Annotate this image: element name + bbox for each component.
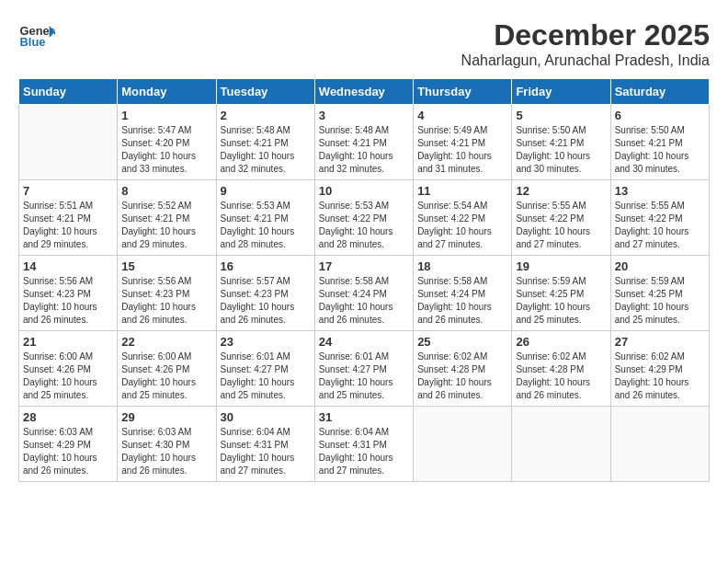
calendar-cell: 5Sunrise: 5:50 AMSunset: 4:21 PMDaylight… [512, 105, 610, 180]
calendar-cell [19, 105, 118, 180]
day-info: Sunrise: 5:55 AMSunset: 4:22 PMDaylight:… [516, 200, 606, 251]
day-number: 13 [615, 184, 705, 198]
day-info: Sunrise: 5:48 AMSunset: 4:21 PMDaylight:… [221, 124, 311, 176]
day-info: Sunrise: 6:04 AMSunset: 4:31 PMDaylight:… [319, 426, 409, 477]
day-info: Sunrise: 5:52 AMSunset: 4:21 PMDaylight:… [121, 200, 211, 251]
day-number: 23 [221, 335, 311, 349]
day-number: 18 [417, 259, 507, 273]
calendar-cell: 13Sunrise: 5:55 AMSunset: 4:22 PMDayligh… [610, 180, 709, 256]
calendar-cell: 8Sunrise: 5:52 AMSunset: 4:21 PMDaylight… [118, 180, 216, 256]
day-info: Sunrise: 5:53 AMSunset: 4:22 PMDaylight:… [319, 200, 409, 251]
day-number: 7 [23, 184, 113, 198]
calendar-week-row: 7Sunrise: 5:51 AMSunset: 4:21 PMDaylight… [19, 180, 710, 256]
calendar-cell [512, 407, 610, 482]
calendar-cell: 18Sunrise: 5:58 AMSunset: 4:24 PMDayligh… [414, 256, 512, 331]
day-info: Sunrise: 5:58 AMSunset: 4:24 PMDaylight:… [319, 275, 409, 327]
day-number: 24 [319, 335, 409, 349]
day-number: 31 [319, 410, 409, 424]
calendar-cell: 3Sunrise: 5:48 AMSunset: 4:21 PMDaylight… [314, 105, 413, 180]
calendar-header-saturday: Saturday [610, 79, 709, 105]
day-info: Sunrise: 5:56 AMSunset: 4:23 PMDaylight:… [121, 275, 211, 327]
calendar-header-row: SundayMondayTuesdayWednesdayThursdayFrid… [19, 79, 710, 105]
day-info: Sunrise: 5:57 AMSunset: 4:23 PMDaylight:… [221, 275, 311, 327]
calendar-cell: 28Sunrise: 6:03 AMSunset: 4:29 PMDayligh… [19, 407, 118, 482]
logo: General Blue [18, 18, 59, 55]
calendar-header-monday: Monday [118, 79, 216, 105]
day-number: 12 [516, 184, 606, 198]
calendar-header-friday: Friday [512, 79, 610, 105]
calendar-cell: 6Sunrise: 5:50 AMSunset: 4:21 PMDaylight… [610, 105, 709, 180]
calendar-cell: 25Sunrise: 6:02 AMSunset: 4:28 PMDayligh… [414, 331, 512, 407]
svg-text:Blue: Blue [20, 35, 46, 49]
title-section: December 2025 Naharlagun, Arunachal Prad… [461, 18, 710, 69]
calendar-cell [414, 407, 512, 482]
day-info: Sunrise: 5:54 AMSunset: 4:22 PMDaylight:… [417, 200, 507, 251]
calendar-cell: 12Sunrise: 5:55 AMSunset: 4:22 PMDayligh… [512, 180, 610, 256]
day-info: Sunrise: 5:58 AMSunset: 4:24 PMDaylight:… [417, 275, 507, 327]
day-info: Sunrise: 6:02 AMSunset: 4:29 PMDaylight:… [615, 350, 705, 402]
calendar-cell: 29Sunrise: 6:03 AMSunset: 4:30 PMDayligh… [118, 407, 216, 482]
day-number: 2 [221, 109, 311, 122]
day-info: Sunrise: 5:59 AMSunset: 4:25 PMDaylight:… [516, 275, 606, 327]
month-title: December 2025 [461, 18, 710, 52]
calendar-header-wednesday: Wednesday [314, 79, 413, 105]
day-number: 21 [23, 335, 113, 349]
logo-icon: General Blue [18, 18, 55, 55]
day-info: Sunrise: 5:59 AMSunset: 4:25 PMDaylight:… [615, 275, 705, 327]
calendar-cell: 19Sunrise: 5:59 AMSunset: 4:25 PMDayligh… [512, 256, 610, 331]
day-info: Sunrise: 6:04 AMSunset: 4:31 PMDaylight:… [221, 426, 311, 477]
day-number: 14 [23, 259, 113, 273]
location-subtitle: Naharlagun, Arunachal Pradesh, India [461, 52, 710, 69]
day-number: 6 [615, 109, 705, 122]
day-number: 27 [615, 335, 705, 349]
calendar-header-tuesday: Tuesday [216, 79, 314, 105]
calendar-cell: 7Sunrise: 5:51 AMSunset: 4:21 PMDaylight… [19, 180, 118, 256]
day-info: Sunrise: 5:55 AMSunset: 4:22 PMDaylight:… [615, 200, 705, 251]
calendar-cell: 26Sunrise: 6:02 AMSunset: 4:28 PMDayligh… [512, 331, 610, 407]
day-info: Sunrise: 5:47 AMSunset: 4:20 PMDaylight:… [121, 124, 211, 176]
day-info: Sunrise: 6:01 AMSunset: 4:27 PMDaylight:… [221, 350, 311, 402]
calendar-header-sunday: Sunday [19, 79, 118, 105]
day-info: Sunrise: 6:00 AMSunset: 4:26 PMDaylight:… [23, 350, 113, 402]
day-info: Sunrise: 5:56 AMSunset: 4:23 PMDaylight:… [23, 275, 113, 327]
calendar-cell: 2Sunrise: 5:48 AMSunset: 4:21 PMDaylight… [216, 105, 314, 180]
day-number: 9 [221, 184, 311, 198]
calendar-week-row: 1Sunrise: 5:47 AMSunset: 4:20 PMDaylight… [19, 105, 710, 180]
day-number: 8 [121, 184, 211, 198]
calendar-cell: 21Sunrise: 6:00 AMSunset: 4:26 PMDayligh… [19, 331, 118, 407]
calendar-cell [610, 407, 709, 482]
calendar-cell: 22Sunrise: 6:00 AMSunset: 4:26 PMDayligh… [118, 331, 216, 407]
calendar-cell: 15Sunrise: 5:56 AMSunset: 4:23 PMDayligh… [118, 256, 216, 331]
day-info: Sunrise: 5:53 AMSunset: 4:21 PMDaylight:… [221, 200, 311, 251]
calendar-table: SundayMondayTuesdayWednesdayThursdayFrid… [18, 78, 710, 482]
calendar-cell: 17Sunrise: 5:58 AMSunset: 4:24 PMDayligh… [314, 256, 413, 331]
day-info: Sunrise: 6:01 AMSunset: 4:27 PMDaylight:… [319, 350, 409, 402]
day-number: 19 [516, 259, 606, 273]
calendar-week-row: 14Sunrise: 5:56 AMSunset: 4:23 PMDayligh… [19, 256, 710, 331]
day-info: Sunrise: 5:50 AMSunset: 4:21 PMDaylight:… [516, 124, 606, 176]
day-number: 1 [121, 109, 211, 122]
day-number: 10 [319, 184, 409, 198]
day-info: Sunrise: 6:03 AMSunset: 4:29 PMDaylight:… [23, 426, 113, 477]
day-number: 17 [319, 259, 409, 273]
day-number: 25 [417, 335, 507, 349]
day-info: Sunrise: 5:50 AMSunset: 4:21 PMDaylight:… [615, 124, 705, 176]
day-number: 15 [121, 259, 211, 273]
calendar-cell: 9Sunrise: 5:53 AMSunset: 4:21 PMDaylight… [216, 180, 314, 256]
calendar-cell: 31Sunrise: 6:04 AMSunset: 4:31 PMDayligh… [314, 407, 413, 482]
calendar-cell: 20Sunrise: 5:59 AMSunset: 4:25 PMDayligh… [610, 256, 709, 331]
calendar-cell: 10Sunrise: 5:53 AMSunset: 4:22 PMDayligh… [314, 180, 413, 256]
day-number: 5 [516, 109, 606, 122]
calendar-cell: 16Sunrise: 5:57 AMSunset: 4:23 PMDayligh… [216, 256, 314, 331]
day-info: Sunrise: 6:00 AMSunset: 4:26 PMDaylight:… [121, 350, 211, 402]
calendar-cell: 1Sunrise: 5:47 AMSunset: 4:20 PMDaylight… [118, 105, 216, 180]
calendar-header-thursday: Thursday [414, 79, 512, 105]
day-number: 20 [615, 259, 705, 273]
calendar-week-row: 28Sunrise: 6:03 AMSunset: 4:29 PMDayligh… [19, 407, 710, 482]
calendar-cell: 30Sunrise: 6:04 AMSunset: 4:31 PMDayligh… [216, 407, 314, 482]
day-info: Sunrise: 6:03 AMSunset: 4:30 PMDaylight:… [121, 426, 211, 477]
day-number: 11 [417, 184, 507, 198]
calendar-week-row: 21Sunrise: 6:00 AMSunset: 4:26 PMDayligh… [19, 331, 710, 407]
day-info: Sunrise: 6:02 AMSunset: 4:28 PMDaylight:… [417, 350, 507, 402]
page-header: General Blue December 2025 Naharlagun, A… [18, 18, 710, 69]
